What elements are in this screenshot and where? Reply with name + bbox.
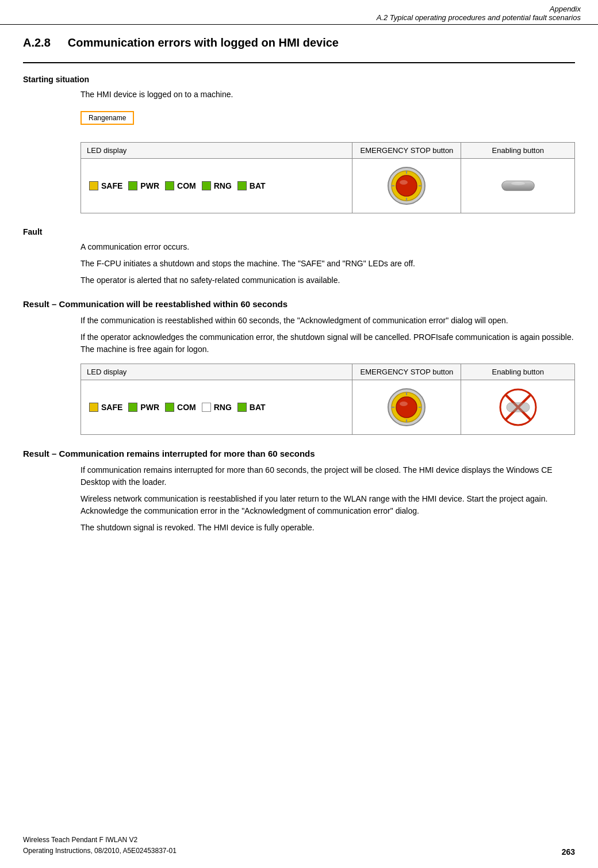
table2-col1-header: LED display <box>81 364 352 380</box>
table2-data-row: SAFE PWR COM <box>81 380 575 435</box>
fault-content: A communication error occurs. The F-CPU … <box>23 241 575 286</box>
estop-svg-2 <box>386 387 427 427</box>
led-safe: SAFE <box>89 181 122 190</box>
led-bat-label: BAT <box>250 181 266 190</box>
fault-line-0: A communication error occurs. <box>80 241 575 253</box>
table1-col3-header: Enabling button <box>461 143 575 159</box>
table1-led-cell: SAFE PWR COM <box>81 159 352 213</box>
led-bat-indicator <box>237 181 247 190</box>
page-header: Appendix A.2 Typical operating procedure… <box>0 0 598 25</box>
led2-bat-indicator <box>237 403 247 412</box>
led-com: COM <box>165 181 196 190</box>
led-rng: RNG <box>202 181 232 190</box>
starting-situation-body: The HMI device is logged on to a machine… <box>80 89 575 101</box>
led2-safe-indicator <box>89 403 98 412</box>
table1-estop-cell <box>352 159 461 213</box>
result2-line-0: If communication remains interrupted for… <box>80 464 575 488</box>
estop-svg-1 <box>386 166 427 206</box>
header-subtitle: A.2 Typical operating procedures and pot… <box>17 13 581 22</box>
svg-point-2 <box>396 175 417 196</box>
enable-button-1 <box>467 173 569 198</box>
table2-enable-cell <box>461 380 575 435</box>
table2-col2-header: EMERGENCY STOP button <box>352 364 461 380</box>
page-footer: Wireless Teach Pendant F IWLAN V2 Operat… <box>0 835 598 856</box>
enable-svg-2 <box>499 388 538 427</box>
footer-page-number: 263 <box>562 847 575 856</box>
svg-point-13 <box>396 397 417 418</box>
result1-line-1: If the operator acknowledges the communi… <box>80 331 575 355</box>
table1-data-row: SAFE PWR COM <box>81 159 575 213</box>
led-com-indicator <box>165 181 174 190</box>
led2-bat-label: BAT <box>250 403 266 412</box>
footer-left-line1: Wireless Teach Pendant F IWLAN V2 <box>23 835 177 846</box>
led2-rng-label: RNG <box>214 403 232 412</box>
led2-pwr: PWR <box>128 403 159 412</box>
led2-bat: BAT <box>237 403 266 412</box>
enable-svg-1 <box>501 177 535 195</box>
result2-line-2: The shutdown signal is revoked. The HMI … <box>80 522 575 534</box>
table1-col2-header: EMERGENCY STOP button <box>352 143 461 159</box>
led-row-2: SAFE PWR COM <box>87 398 346 416</box>
estop-button-1 <box>358 162 455 209</box>
fault-label: Fault <box>23 227 575 236</box>
led-safe-label: SAFE <box>101 181 122 190</box>
led-pwr-label: PWR <box>140 181 159 190</box>
led2-safe: SAFE <box>89 403 122 412</box>
section-number: A.2.8 <box>23 36 51 49</box>
table2: LED display EMERGENCY STOP button Enabli… <box>80 364 575 435</box>
result1-heading: Result – Communication will be reestabli… <box>23 299 575 309</box>
led2-pwr-indicator <box>128 403 137 412</box>
led2-com-label: COM <box>177 403 196 412</box>
led-pwr: PWR <box>128 181 159 190</box>
led2-com-indicator <box>165 403 174 412</box>
starting-situation-label: Starting situation <box>23 75 575 84</box>
footer-left: Wireless Teach Pendant F IWLAN V2 Operat… <box>23 835 177 856</box>
section-title: Communication errors with logged on HMI … <box>68 36 339 49</box>
table1: LED display EMERGENCY STOP button Enabli… <box>80 142 575 213</box>
led-rng-indicator <box>202 181 211 190</box>
page-content: A.2.8 Communication errors with logged o… <box>0 25 598 561</box>
table1-col1-header: LED display <box>81 143 352 159</box>
led-bat: BAT <box>237 181 266 190</box>
result2-line-1: Wireless network communication is reesta… <box>80 493 575 517</box>
table2-wrapper: LED display EMERGENCY STOP button Enabli… <box>23 364 575 435</box>
led-rng-label: RNG <box>214 181 232 190</box>
led-row-1: SAFE PWR COM <box>87 177 346 195</box>
result1-line-0: If the communication is reestablished wi… <box>80 315 575 327</box>
svg-point-14 <box>400 402 408 406</box>
result2-heading: Result – Communication remains interrupt… <box>23 449 575 458</box>
led-com-label: COM <box>177 181 196 190</box>
led2-safe-label: SAFE <box>101 403 122 412</box>
led2-pwr-label: PWR <box>140 403 159 412</box>
table1-enable-cell <box>461 159 575 213</box>
svg-point-3 <box>400 180 408 185</box>
footer-left-line2: Operating Instructions, 08/2010, A5E0245… <box>23 846 177 856</box>
fault-line-1: The F-CPU initiates a shutdown and stops… <box>80 258 575 270</box>
svg-point-10 <box>511 182 525 185</box>
led-safe-indicator <box>89 181 98 190</box>
table2-led-cell: SAFE PWR COM <box>81 380 352 435</box>
section-heading-row: A.2.8 Communication errors with logged o… <box>23 36 575 63</box>
header-title: Appendix <box>17 5 581 13</box>
table2-col3-header: Enabling button <box>461 364 575 380</box>
starting-situation-content: The HMI device is logged on to a machine… <box>23 89 575 213</box>
result2-content: If communication remains interrupted for… <box>23 464 575 534</box>
range-button[interactable]: Rangename <box>80 111 134 125</box>
led2-rng-indicator <box>202 403 211 412</box>
fault-line-2: The operator is alerted that no safety-r… <box>80 274 575 286</box>
led2-rng: RNG <box>202 403 232 412</box>
table2-estop-cell <box>352 380 461 435</box>
led-pwr-indicator <box>128 181 137 190</box>
enable-button-2 <box>467 384 569 430</box>
estop-button-2 <box>358 384 455 431</box>
result1-content: If the communication is reestablished wi… <box>23 315 575 355</box>
led2-com: COM <box>165 403 196 412</box>
svg-rect-22 <box>507 403 530 412</box>
